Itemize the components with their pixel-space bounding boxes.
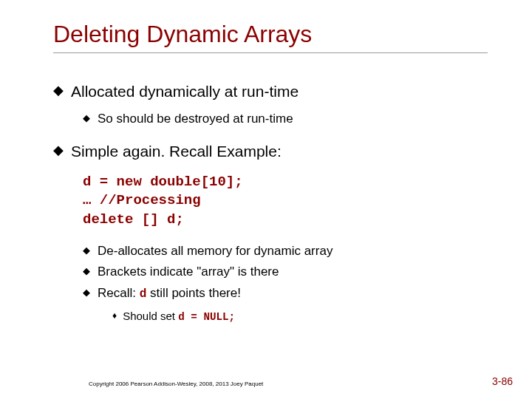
bullet-2-text: Simple again. Recall Example: <box>71 141 282 162</box>
sub-sub-list: ♦ Should set d = NULL; <box>83 309 488 324</box>
bullet-item-2: ◆ Simple again. Recall Example: d = new … <box>53 141 488 324</box>
diamond-icon: ◆ <box>83 111 90 126</box>
bullet-1-text: Allocated dynamically at run-time <box>71 81 299 102</box>
sub-2-0-text: De-allocates all memory for dynamic arra… <box>98 243 332 260</box>
sub-1-0-text: So should be destroyed at run-time <box>98 111 293 128</box>
slide-title: Deleting Dynamic Arrays <box>53 21 488 53</box>
slide-content: Deleting Dynamic Arrays ◆ Allocated dyna… <box>0 0 532 324</box>
diamond-icon: ◆ <box>53 141 64 160</box>
sub-2-2-post: still points there! <box>146 286 241 300</box>
sub-item-2-0: ◆ De-allocates all memory for dynamic ar… <box>83 243 488 260</box>
diamond-icon: ◆ <box>53 81 64 100</box>
sub-2-2-code: d <box>140 287 147 301</box>
diamond-icon: ♦ <box>112 309 117 322</box>
sub-sub-pre: Should set <box>123 310 178 322</box>
bullet-item-1: ◆ Allocated dynamically at run-time ◆ So… <box>53 81 488 128</box>
bullet-list: ◆ Allocated dynamically at run-time ◆ So… <box>53 81 488 324</box>
sub-sub-text: Should set d = NULL; <box>123 309 235 324</box>
code-block: d = new double[10]; … //Processing delet… <box>83 173 488 230</box>
diamond-icon: ◆ <box>83 243 90 258</box>
sub-sub-item: ♦ Should set d = NULL; <box>112 309 488 324</box>
sub-list-2: ◆ De-allocates all memory for dynamic ar… <box>53 243 488 325</box>
sub-2-2-text: Recall: d still points there! <box>98 285 241 303</box>
sub-sub-code: d = NULL; <box>178 311 235 323</box>
sub-2-2-pre: Recall: <box>98 286 140 300</box>
diamond-icon: ◆ <box>83 285 90 300</box>
sub-item-2-1: ◆ Brackets indicate "array" is there <box>83 264 488 281</box>
sub-2-1-text: Brackets indicate "array" is there <box>98 264 279 281</box>
page-number: 3-86 <box>492 375 513 387</box>
sub-item-1-0: ◆ So should be destroyed at run-time <box>83 111 488 128</box>
diamond-icon: ◆ <box>83 264 90 279</box>
sub-list-1: ◆ So should be destroyed at run-time <box>53 111 488 128</box>
copyright-footer: Copyright 2006 Pearson Addison-Wesley, 2… <box>89 381 263 387</box>
sub-item-2-2: ◆ Recall: d still points there! ♦ Should… <box>83 285 488 324</box>
